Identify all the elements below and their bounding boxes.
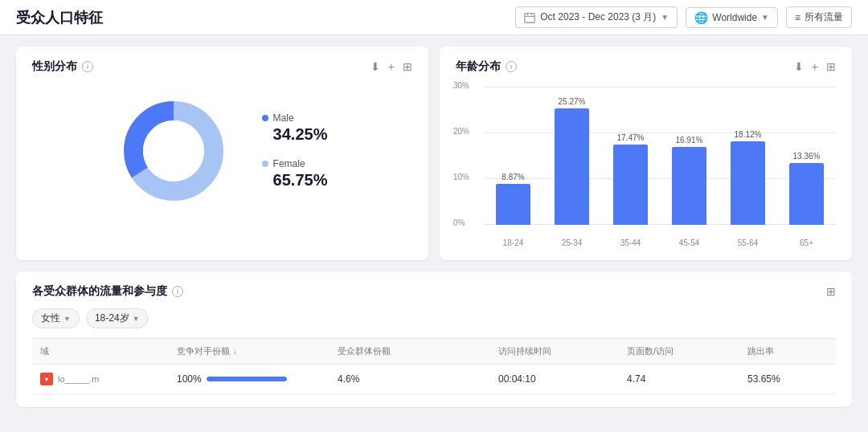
td-pages-per-visit: 4.74 (619, 365, 739, 393)
traffic-label: 所有流量 (805, 10, 843, 24)
region-chevron: ▼ (761, 13, 769, 22)
bar-25-34 (555, 108, 590, 225)
y-label-30: 30% (453, 81, 469, 90)
audience-card: 各受众群体的流量和参与度 i ⊞ 女性 ▼ 18-24岁 ▼ (16, 271, 852, 407)
age-card: 年龄分布 i ⬇ + ⊞ 30% 20% 10% 0% 8.87%25.2 (440, 47, 852, 260)
x-axis: 18-2425-3435-4445-5455-6465+ (484, 235, 836, 247)
age-info-icon[interactable]: i (506, 61, 517, 72)
gender-content: Male 34.25% Female 65.75% (32, 87, 412, 223)
domain-icon: ♥ (40, 373, 53, 385)
sort-icon: ↓ (233, 347, 237, 356)
date-picker-chevron: ▼ (661, 13, 669, 22)
th-domain: 域 (32, 339, 169, 364)
audience-share-value: 4.6% (338, 373, 359, 385)
gender-title-row: 性别分布 i (32, 59, 93, 74)
domain-name: lo_____.m (58, 374, 99, 384)
bar-65+ (789, 163, 825, 225)
audience-section: 各受众群体的流量和参与度 i ⊞ 女性 ▼ 18-24岁 ▼ (16, 271, 852, 407)
pages-per-visit-value: 4.74 (627, 373, 645, 385)
audience-title-row: 各受众群体的流量和参与度 i (32, 284, 183, 299)
traffic-selector[interactable]: ≡ 所有流量 (786, 6, 852, 28)
calendar-icon (524, 12, 535, 23)
traffic-icon: ≡ (795, 12, 800, 23)
svg-rect-0 (525, 13, 534, 22)
th-competitor-share[interactable]: 竞争对手份额 ↓ (169, 339, 330, 364)
region-label: Worldwide (712, 12, 757, 23)
bar-group-25-34: 25.27% (542, 87, 601, 225)
gender-filter-label: 女性 (41, 312, 60, 325)
age-bar-chart: 30% 20% 10% 0% 8.87%25.27%17.47%16.91%18… (456, 87, 836, 247)
globe-icon: 🌐 (694, 11, 708, 24)
audience-grid-icon[interactable]: ⊞ (826, 285, 836, 298)
x-label-35-44: 35-44 (601, 235, 660, 247)
bounce-rate-value: 53.65% (747, 373, 780, 385)
table-header: 域 竞争对手份额 ↓ 受众群体份额 访问持续时间 页面数/访问 跳出率 (32, 338, 836, 365)
age-card-header: 年龄分布 i ⬇ + ⊞ (456, 59, 836, 74)
td-domain: ♥ lo_____.m (32, 365, 169, 393)
region-picker[interactable]: 🌐 Worldwide ▼ (686, 7, 778, 28)
gender-filter-chip[interactable]: 女性 ▼ (32, 308, 80, 328)
y-label-20: 20% (453, 127, 469, 136)
audience-info-icon[interactable]: i (172, 286, 183, 297)
audience-card-header: 各受众群体的流量和参与度 i ⊞ (32, 284, 836, 299)
bar-group-18-24: 8.87% (484, 87, 542, 225)
th-bounce-rate: 跳出率 (739, 339, 836, 364)
gender-donut-chart (117, 95, 230, 207)
bar-label-25-34: 25.27% (559, 97, 586, 106)
male-dot (262, 115, 268, 121)
bar-group-55-64: 18.12% (719, 87, 777, 225)
competitor-progress-bar (207, 377, 287, 381)
age-card-title: 年龄分布 (456, 59, 501, 74)
age-title-row: 年龄分布 i (456, 59, 517, 74)
bar-group-65+: 13.36% (777, 87, 836, 225)
competitor-progress-fill (207, 377, 287, 381)
audience-table: 域 竞争对手份额 ↓ 受众群体份额 访问持续时间 页面数/访问 跳出率 ♥ lo… (32, 338, 836, 394)
audience-filters: 女性 ▼ 18-24岁 ▼ (32, 308, 836, 328)
age-filter-label: 18-24岁 (95, 312, 129, 325)
td-competitor-share: 100% (169, 365, 330, 393)
age-card-actions: ⬇ + ⊞ (794, 60, 836, 73)
bar-35-44 (613, 145, 649, 225)
page-header: 受众人口特征 Oct 2023 - Dec 2023 (3 月) ▼ 🌐 Wor… (0, 0, 868, 35)
bar-label-18-24: 8.87% (502, 173, 524, 181)
th-audience-share: 受众群体份额 (330, 339, 490, 364)
gender-add-icon[interactable]: + (388, 60, 395, 73)
x-label-45-54: 45-54 (660, 235, 719, 247)
gender-card-actions: ⬇ + ⊞ (371, 60, 412, 73)
gender-grid-icon[interactable]: ⊞ (403, 60, 412, 73)
x-label-25-34: 25-34 (542, 235, 601, 247)
td-bounce-rate: 53.65% (739, 365, 836, 393)
bar-45-54 (672, 147, 707, 225)
page-title: 受众人口特征 (16, 8, 103, 27)
y-label-10: 10% (453, 173, 469, 181)
age-add-icon[interactable]: + (812, 60, 818, 73)
gender-filter-chevron: ▼ (63, 315, 71, 323)
bars-area: 8.87%25.27%17.47%16.91%18.12%13.36% (484, 87, 836, 225)
svg-point-6 (143, 120, 204, 181)
bar-55-64 (731, 141, 766, 225)
x-label-18-24: 18-24 (484, 235, 542, 247)
y-label-0: 0% (453, 218, 465, 227)
male-label: Male (273, 112, 294, 124)
audience-card-actions: ⊞ (826, 285, 836, 298)
bar-group-45-54: 16.91% (660, 87, 719, 225)
header-controls: Oct 2023 - Dec 2023 (3 月) ▼ 🌐 Worldwide … (515, 6, 852, 28)
th-pages-per-visit: 页面数/访问 (619, 339, 739, 364)
main-content: 性别分布 i ⬇ + ⊞ (0, 35, 868, 418)
gender-card-title: 性别分布 (32, 59, 77, 74)
table-row: ♥ lo_____.m 100% 4.6% 00:04:10 (32, 365, 836, 394)
age-download-icon[interactable]: ⬇ (794, 60, 804, 73)
date-range-label: Oct 2023 - Dec 2023 (3 月) (540, 10, 656, 24)
female-dot (262, 161, 268, 167)
gender-download-icon[interactable]: ⬇ (371, 60, 380, 73)
top-row: 性别分布 i ⬇ + ⊞ (16, 47, 852, 260)
date-range-picker[interactable]: Oct 2023 - Dec 2023 (3 月) ▼ (515, 6, 678, 28)
bar-group-35-44: 17.47% (601, 87, 660, 225)
age-filter-chevron: ▼ (133, 315, 140, 323)
age-filter-chip[interactable]: 18-24岁 ▼ (86, 308, 149, 328)
competitor-share-value: 100% (177, 373, 202, 385)
gender-legend: Male 34.25% Female 65.75% (262, 112, 328, 190)
gender-info-icon[interactable]: i (82, 61, 93, 72)
age-grid-icon[interactable]: ⊞ (826, 60, 836, 73)
td-visit-duration: 00:04:10 (490, 365, 619, 393)
